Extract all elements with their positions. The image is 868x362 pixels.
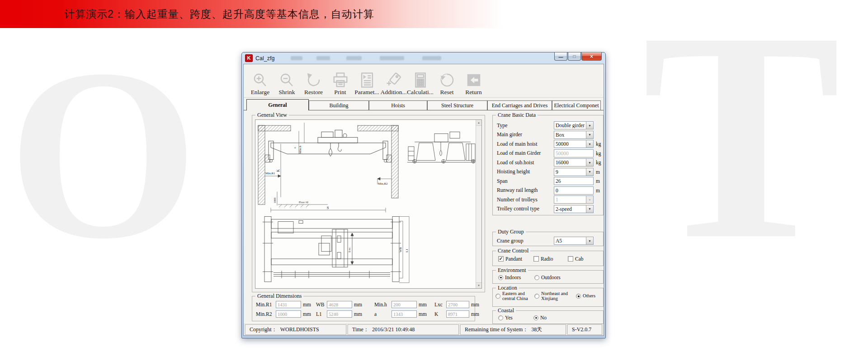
field-label: Number of trolleys — [497, 196, 554, 203]
option-label: Yes — [505, 315, 513, 320]
undo-arrow-icon — [305, 72, 322, 88]
tab-building[interactable]: Building — [309, 100, 369, 110]
field-unit: mm — [471, 302, 479, 307]
trolley-control-type-select[interactable]: ▼ — [554, 205, 594, 213]
scroll-down-icon[interactable]: ▼ — [476, 282, 481, 288]
radio-selected-icon — [498, 275, 503, 280]
enlarge-button[interactable]: Enlarge — [247, 72, 273, 96]
others-radio[interactable]: Others — [576, 294, 595, 299]
field-unit: mm — [303, 311, 311, 317]
canvas-vertical-scrollbar[interactable]: ▲ ▼ — [476, 120, 481, 288]
crane-group-select[interactable]: ▼ — [554, 237, 594, 245]
shrink-button[interactable]: Shrink — [274, 72, 300, 96]
zoom-in-icon — [252, 72, 269, 88]
type-select[interactable]: ▼ — [554, 121, 594, 129]
printer-icon — [332, 72, 349, 88]
field-label: Trolley control type — [497, 205, 554, 212]
chevron-down-icon[interactable]: ▼ — [586, 168, 593, 176]
northeast-xinjiang-radio[interactable]: Northeast and Xinjiang — [534, 291, 576, 301]
radio-selected-icon — [576, 294, 581, 299]
field-row-number-of-trolleys: Number of trolleys ▼ — [493, 195, 603, 205]
tab-hoists[interactable]: Hoists — [369, 100, 427, 110]
runway-rail-length-value[interactable] — [554, 187, 593, 194]
general-tab-content: General View — [244, 110, 604, 323]
field-label: L1 — [316, 311, 325, 317]
minimize-button[interactable]: — — [554, 52, 567, 61]
additional-button[interactable]: Addition... — [381, 72, 406, 96]
radio-checkbox[interactable]: Radio — [533, 256, 568, 262]
hoisting-height-value[interactable] — [554, 168, 586, 176]
restore-button[interactable]: Restore — [301, 72, 326, 96]
status-bar: Copyright： WORLDHOISTS Time： 2016/3/21 1… — [244, 323, 604, 336]
calculation-button[interactable]: Calculati... — [407, 72, 433, 96]
coastal-yes-radio[interactable]: Yes — [498, 315, 533, 320]
environment-group: Environment Indoors Outdoors — [492, 270, 604, 284]
load-sub-hoist-value[interactable] — [554, 159, 586, 166]
toolbar-label: Shrink — [278, 89, 295, 96]
runway-rail-length-field[interactable] — [554, 186, 594, 195]
print-button[interactable]: Print — [327, 72, 353, 96]
main-girder-select[interactable]: ▼ — [554, 131, 594, 139]
titlebar-ghost-text — [316, 56, 330, 60]
dim-field-k: K mm — [434, 310, 479, 318]
status-label: Remaining time of System： — [465, 326, 528, 333]
status-value: 38天 — [531, 326, 542, 333]
main-girder-value[interactable] — [554, 131, 586, 138]
outdoors-radio[interactable]: Outdoors — [534, 275, 561, 280]
tab-electrical-component[interactable]: Electrical Componet — [552, 100, 601, 110]
parameters-button[interactable]: Paramet... — [354, 72, 380, 96]
chevron-down-icon[interactable]: ▼ — [586, 159, 593, 166]
chevron-down-icon[interactable]: ▼ — [586, 205, 593, 213]
titlebar-ghost-text — [422, 56, 441, 60]
option-label: Eastern and central China — [502, 291, 534, 301]
field-unit: kg — [596, 141, 601, 147]
eastern-central-china-radio[interactable]: Eastern and central China — [495, 291, 534, 301]
span-value[interactable] — [554, 177, 593, 185]
load-sub-hoist-select[interactable]: ▼ — [554, 158, 594, 167]
type-value[interactable] — [554, 122, 586, 129]
scroll-up-icon[interactable]: ▲ — [476, 120, 481, 126]
trolley-control-type-value[interactable] — [554, 205, 586, 213]
chevron-down-icon[interactable]: ▼ — [586, 122, 593, 129]
tab-end-carriages[interactable]: End Carriages and Drives — [487, 100, 552, 110]
pandant-checkbox[interactable]: ✓Pandant — [498, 256, 533, 262]
field-label: Runway rail length — [497, 187, 554, 194]
radio-selected-icon — [533, 315, 538, 320]
field-label: Main girder — [497, 131, 554, 138]
crane-group-value[interactable] — [554, 237, 586, 244]
load-main-hoist-value[interactable] — [554, 140, 586, 148]
return-button[interactable]: Return — [461, 72, 486, 96]
field-label: Min.R2 — [256, 311, 274, 317]
cab-checkbox[interactable]: Cab — [568, 256, 584, 262]
load-main-girder-value — [554, 150, 593, 157]
hoisting-height-select[interactable]: ▼ — [554, 168, 594, 176]
field-row-type: Type ▼ — [493, 121, 603, 130]
option-label: Pandant — [505, 256, 522, 262]
chevron-down-icon[interactable]: ▼ — [586, 237, 593, 244]
group-title: Location — [496, 285, 519, 291]
chevron-down-icon[interactable]: ▼ — [586, 131, 593, 138]
lxc-input — [447, 301, 469, 308]
toolbar-label: Calculati... — [407, 89, 434, 96]
maximize-button[interactable]: □ — [568, 52, 581, 61]
tab-general[interactable]: General — [246, 99, 309, 110]
field-unit: mm — [354, 302, 362, 307]
load-main-hoist-select[interactable]: ▼ — [554, 140, 594, 148]
toolbar-label: Reset — [440, 89, 454, 96]
reset-button[interactable]: Reset — [434, 72, 460, 96]
chevron-down-icon[interactable]: ▼ — [586, 140, 593, 148]
field-row-runway-rail-length: Runway rail length m — [493, 186, 603, 195]
number-of-trolleys-select: ▼ — [554, 195, 594, 204]
tab-steel-structure[interactable]: Steel Structure — [427, 100, 487, 110]
window-controls: — □ × — [554, 52, 602, 61]
field-row-hoisting-height: Hoisting height ▼ m — [493, 167, 603, 177]
option-label: Northeast and Xinjiang — [541, 291, 576, 301]
indoors-radio[interactable]: Indoors — [498, 275, 534, 280]
span-field[interactable] — [554, 177, 594, 185]
crane-basic-data-group: Crane Basic Data Type ▼ Main girder ▼ — [492, 115, 604, 215]
coastal-no-radio[interactable]: No — [533, 315, 547, 320]
titlebar-ghost-text — [380, 56, 404, 60]
window-titlebar[interactable]: K Cal_zfg — □ × — [243, 52, 604, 64]
close-button[interactable]: × — [581, 52, 602, 61]
slide-title-banner: 计算演示2：输入起重量、跨度、起升高度等基本信息，自动计算 — [0, 0, 868, 28]
